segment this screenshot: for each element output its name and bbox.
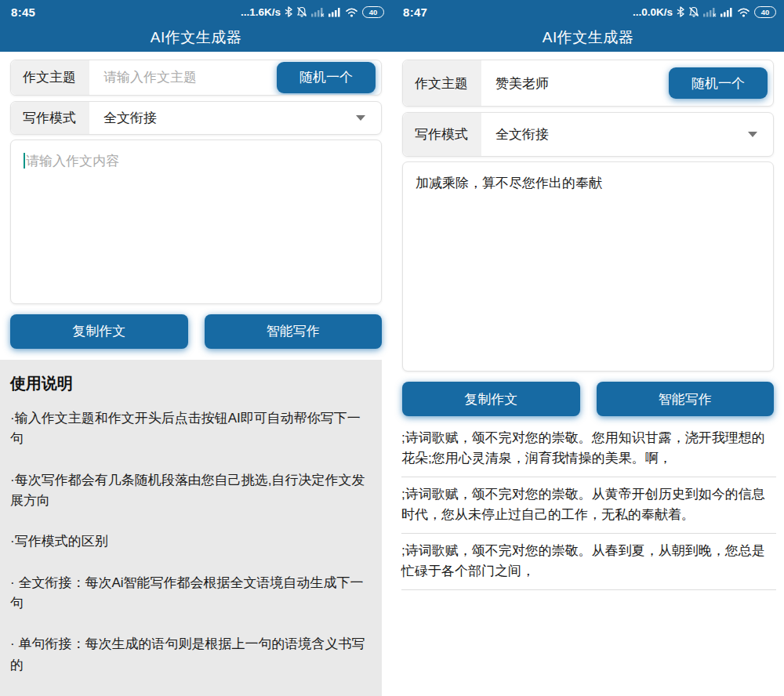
app-title-bar: AI作文生成器 [392,24,784,52]
usage-instructions: 使用说明 ·输入作文主题和作文开头后点击按钮AI即可自动帮你写下一句 ·每次写作… [0,360,382,696]
mode-label: 写作模式 [403,113,481,156]
app-title-bar: AI作文生成器 [0,24,392,52]
wifi-icon [737,7,750,17]
mode-selected-value: 全文衔接 [89,102,356,135]
copy-essay-button[interactable]: 复制作文 [402,382,580,416]
help-heading: 使用说明 [10,373,368,394]
help-item: ·输入作文主题和作文开头后点击按钮AI即可自动帮你写下一句 [10,408,368,450]
wifi-icon [345,7,358,17]
status-bar: 8:47 ...0.0K/s 40 [392,0,784,24]
copy-essay-button[interactable]: 复制作文 [10,314,188,349]
topic-input[interactable]: 赞美老师 [481,60,669,106]
help-item: · 单句衔接：每次生成的语句则是根据上一句的语境含义书写的 [10,634,368,676]
topic-placeholder: 请输入作文主题 [103,68,197,86]
bluetooth-icon [285,6,292,17]
random-topic-button[interactable]: 随机一个 [277,62,376,93]
screen-right-filled-form: 8:47 ...0.0K/s 40 [392,0,784,696]
clock: 8:47 [403,5,427,19]
random-topic-button[interactable]: 随机一个 [669,67,768,99]
mode-label: 写作模式 [11,102,89,135]
chevron-down-icon [356,115,365,121]
app-title: AI作文生成器 [151,27,241,48]
help-item: · 全文衔接：每次Ai智能写作都会根据全文语境自动生成下一句 [10,573,368,614]
suggestion-item[interactable]: ;诗词歌赋，颂不完对您的崇敬。您用知识甘露，浇开我理想的花朵;您用心灵清泉，润育… [401,421,776,477]
battery-icon: 40 [754,6,776,18]
action-buttons: 复制作文 智能写作 [10,314,382,349]
topic-row: 作文主题 赞美老师 随机一个 [402,60,774,107]
topic-row: 作文主题 请输入作文主题 随机一个 [10,60,382,96]
clock: 8:45 [11,5,35,19]
help-item: ·写作模式的区别 [10,531,368,552]
signal-icon [328,7,341,17]
smart-write-button[interactable]: 智能写作 [597,382,775,416]
mode-row[interactable]: 写作模式 全文衔接 [10,101,382,136]
chevron-down-icon [748,132,757,137]
muted-bell-icon [688,6,699,17]
no-sim-signal-icon [311,7,325,17]
content-placeholder: 请输入作文内容 [26,154,119,169]
essay-content-input[interactable]: 加减乘除，算不尽您作出的奉献 [402,161,774,372]
topic-label: 作文主题 [11,60,89,95]
status-bar: 8:45 ...1.6K/s 40 [0,0,392,24]
bluetooth-icon [677,6,684,17]
essay-content-input[interactable]: 请输入作文内容 [10,140,382,304]
suggestion-item[interactable]: ;诗词歌赋，颂不完对您的崇敬。从春到夏，从朝到晚，您总是忙碌于各个部门之间， [401,534,776,590]
mode-row[interactable]: 写作模式 全文衔接 [402,112,774,157]
battery-icon: 40 [362,6,384,18]
mode-selected-value: 全文衔接 [481,113,748,156]
topic-input[interactable]: 请输入作文主题 [89,60,277,95]
topic-label: 作文主题 [403,60,481,106]
smart-write-button[interactable]: 智能写作 [205,314,383,349]
dual-screenshot-stage: 8:45 ...1.6K/s 40 [0,0,784,696]
action-buttons: 复制作文 智能写作 [402,382,774,416]
suggestion-item[interactable]: ;诗词歌赋，颂不完对您的崇敬。从黄帝开创历史到如今的信息时代，您从未停止过自己的… [401,477,776,534]
network-speed: ...0.0K/s [633,6,673,18]
no-sim-signal-icon [703,7,717,17]
help-item: ·每次写作都会有几条随机段落由您自己挑选,自行决定作文发展方向 [10,470,368,512]
network-speed: ...1.6K/s [241,6,281,18]
app-title: AI作文生成器 [543,27,633,48]
generated-suggestions-list: ;诗词歌赋，颂不完对您的崇敬。您用知识甘露，浇开我理想的花朵;您用心灵清泉，润育… [401,421,776,696]
screen-left-empty-form: 8:45 ...1.6K/s 40 [0,0,392,696]
text-cursor [24,153,25,169]
signal-icon [720,7,733,17]
muted-bell-icon [296,6,307,17]
